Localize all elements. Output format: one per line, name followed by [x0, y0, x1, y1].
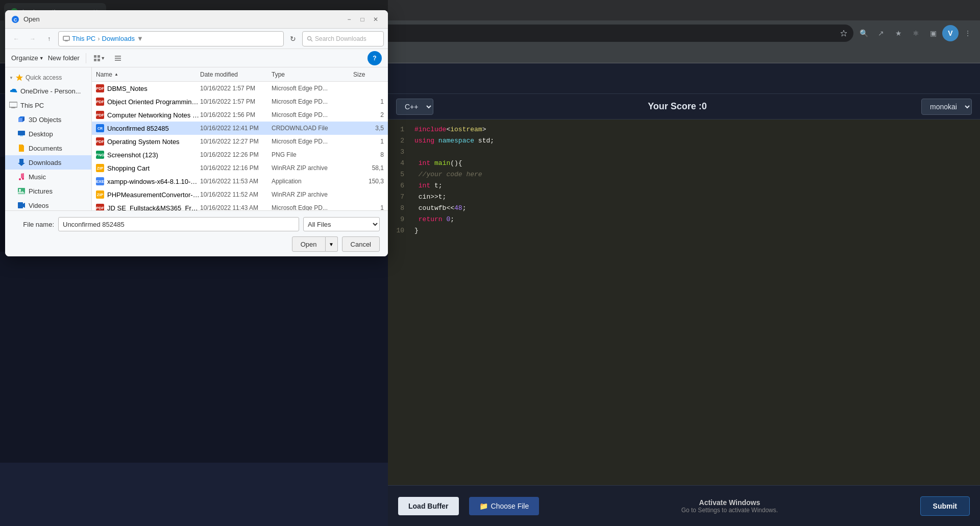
- dialog-search[interactable]: Search Downloads: [302, 31, 384, 46]
- sidebar-item-onedrive[interactable]: OneDrive - Person...: [5, 84, 91, 98]
- svg-rect-8: [63, 36, 69, 40]
- code-line-9: return 0;: [414, 216, 974, 227]
- code-line-4: int main(){: [414, 159, 974, 171]
- pdf-icon: PDF: [96, 84, 104, 92]
- theme-select[interactable]: monokai: [921, 99, 972, 115]
- dialog-sidebar: ▼ Quick access OneDrive - Person... This…: [5, 67, 92, 210]
- browser-frame: H hackerearth.com ✕ ← → ↻ www.hackereart…: [0, 0, 980, 526]
- line-num-10: 10: [388, 227, 408, 238]
- file-row-8[interactable]: ZIP PHPMeasurementConvertor-main 10/16/2…: [92, 188, 388, 201]
- file-row-6[interactable]: ZIP Shopping Cart 10/16/2022 12:16 PM Wi…: [92, 161, 388, 175]
- submit-button[interactable]: Submit: [920, 496, 970, 516]
- 3d-objects-icon: [17, 115, 26, 124]
- load-buffer-button[interactable]: Load Buffer: [398, 497, 459, 515]
- col-name[interactable]: Name ▲: [96, 71, 200, 78]
- svg-rect-25: [20, 135, 23, 136]
- col-type[interactable]: Type: [272, 71, 353, 78]
- share-button[interactable]: ↗: [873, 25, 889, 41]
- language-select[interactable]: C++: [396, 99, 433, 115]
- dialog-close-button[interactable]: ✕: [370, 13, 382, 26]
- file-row-9[interactable]: PDF JD SE_Fullstack&MS365_Fresher (1) 10…: [92, 201, 388, 210]
- file-row-1[interactable]: PDF Object Oriented Programming (1) 10/1…: [92, 95, 388, 108]
- sidebar-item-this-pc[interactable]: This PC: [5, 98, 91, 112]
- pdf-icon: PDF: [96, 98, 104, 106]
- svg-marker-3: [841, 30, 847, 36]
- svg-rect-15: [94, 59, 96, 61]
- extensions-button[interactable]: ⚛: [908, 25, 924, 41]
- file-date: 10/16/2022 1:56 PM: [200, 111, 272, 118]
- menu-button[interactable]: ⋮: [960, 25, 976, 41]
- new-folder-button[interactable]: New folder: [48, 54, 80, 62]
- svg-rect-23: [18, 118, 22, 122]
- dialog-up-button[interactable]: ↑: [42, 32, 56, 46]
- dialog-title: Open: [23, 15, 343, 23]
- search-placeholder: Search Downloads: [315, 35, 366, 42]
- file-row-7[interactable]: EXE xampp-windows-x64-8.1.10-0-VS16-inst…: [92, 175, 388, 188]
- view-toggle-button[interactable]: [111, 51, 125, 65]
- path-downloads[interactable]: Downloads: [102, 35, 135, 42]
- file-name-text: PHPMeasurementConvertor-main: [107, 191, 200, 199]
- path-this-pc[interactable]: This PC: [72, 35, 95, 42]
- dialog-files[interactable]: Name ▲ Date modified Type Size PDF: [92, 67, 388, 210]
- file-name-text: DBMS_Notes: [107, 85, 148, 92]
- file-row-3[interactable]: CR Unconfirmed 852485 10/16/2022 12:41 P…: [92, 122, 388, 135]
- profile-button[interactable]: V: [942, 25, 959, 41]
- organize-label: Organize: [11, 54, 38, 62]
- col-date-label: Date modified: [200, 71, 238, 78]
- col-date[interactable]: Date modified: [200, 71, 272, 78]
- zoom-button[interactable]: 🔍: [855, 25, 872, 41]
- quick-access-icon: [15, 74, 23, 82]
- line-num-7: 7: [388, 193, 408, 204]
- file-size: 3,5: [353, 125, 384, 132]
- sidebar-item-desktop[interactable]: Desktop: [5, 127, 91, 141]
- filename-input[interactable]: [58, 217, 299, 231]
- file-type: WinRAR ZIP archive: [272, 191, 353, 198]
- cancel-button[interactable]: Cancel: [342, 236, 380, 252]
- file-row-4[interactable]: PDF Operating System Notes 10/16/2022 12…: [92, 135, 388, 148]
- file-row-2[interactable]: PDF Computer Networking Notes for Tech P…: [92, 108, 388, 122]
- sidebar-item-videos[interactable]: Videos: [5, 198, 91, 210]
- filename-row: File name: All Files: [13, 217, 380, 231]
- file-row-5[interactable]: PNG Screenshot (123) 10/16/2022 12:26 PM…: [92, 148, 388, 161]
- file-name-cell: PDF Operating System Notes: [96, 137, 200, 146]
- sidebar-item-3d-objects[interactable]: 3D Objects: [5, 112, 91, 127]
- sidebar-header-quick-access[interactable]: ▼ Quick access: [5, 71, 91, 84]
- pictures-label: Pictures: [29, 187, 53, 195]
- sidebar-item-downloads[interactable]: Downloads: [5, 155, 91, 170]
- dialog-minimize-button[interactable]: −: [343, 13, 355, 26]
- sidebar-item-music[interactable]: Music: [5, 170, 91, 184]
- line-num-3: 3: [388, 148, 408, 159]
- dialog-back-button[interactable]: ←: [9, 32, 23, 46]
- file-name-cell: PDF Object Oriented Programming (1): [96, 98, 200, 106]
- sidebar-item-documents[interactable]: Documents: [5, 141, 91, 155]
- help-button[interactable]: ?: [368, 51, 382, 65]
- cast-button[interactable]: ▣: [925, 25, 941, 41]
- file-name-text: Shopping Cart: [107, 164, 150, 172]
- file-date: 10/16/2022 12:26 PM: [200, 151, 272, 158]
- dialog-maximize-button[interactable]: □: [356, 13, 369, 26]
- code-line-5: //your code here: [414, 171, 974, 182]
- star-icon[interactable]: [840, 30, 847, 37]
- view-options-button[interactable]: ▼: [92, 51, 107, 65]
- line-numbers: 1 2 3 4 5 6 7 8 9 10: [388, 119, 408, 485]
- code-content[interactable]: #include<iostream> using namespace std; …: [408, 119, 980, 485]
- filetype-select[interactable]: All Files: [303, 217, 380, 231]
- dialog-forward-button[interactable]: →: [26, 32, 40, 46]
- code-editor[interactable]: 1 2 3 4 5 6 7 8 9 10 #include<iostream> …: [388, 119, 980, 485]
- file-date: 10/16/2022 11:52 AM: [200, 191, 272, 198]
- this-pc-label: This PC: [20, 102, 44, 109]
- col-size[interactable]: Size: [353, 71, 384, 78]
- open-button-group: Open ▼: [292, 236, 338, 252]
- activate-windows-section: Activate Windows Go to Settings to activ…: [549, 498, 910, 514]
- dialog-refresh-button[interactable]: ↻: [286, 32, 300, 46]
- open-dropdown-arrow[interactable]: ▼: [326, 236, 338, 252]
- file-row-0[interactable]: PDF DBMS_Notes 10/16/2022 1:57 PM Micros…: [92, 82, 388, 95]
- sidebar-item-pictures[interactable]: Pictures: [5, 184, 91, 198]
- svg-rect-19: [115, 60, 121, 61]
- open-button[interactable]: Open: [292, 236, 326, 252]
- bookmark-button[interactable]: ★: [890, 25, 906, 41]
- code-line-1: #include<iostream>: [414, 126, 974, 137]
- choose-file-button[interactable]: 📁 Choose File: [469, 497, 540, 515]
- list-icon: [114, 55, 121, 62]
- organize-button[interactable]: Organize ▼: [11, 54, 44, 62]
